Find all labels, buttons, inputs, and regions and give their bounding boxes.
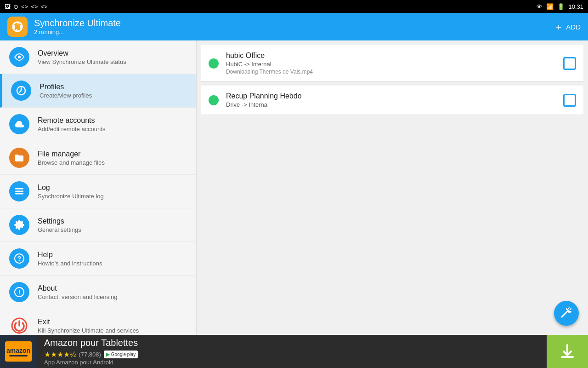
google-play-badge: ▶ Google play (104, 351, 138, 358)
exit-subtitle: Kill Synchronize Ultimate and services (38, 327, 139, 334)
ad-reviews: (77,808) (79, 351, 101, 358)
lines-icon (14, 186, 25, 197)
profile-status-active (209, 58, 219, 69)
app-header-left: Synchronize Ultimate 2 running... (7, 17, 121, 37)
code2-icon: <> (31, 3, 38, 10)
add-button[interactable]: ＋ ADD (554, 21, 581, 33)
fab-button[interactable] (554, 301, 579, 326)
svg-text:?: ? (17, 255, 22, 262)
google-play-text: Google play (111, 352, 136, 357)
main-layout: Overview View Synchronize Ultimate statu… (0, 40, 588, 335)
settings-subtitle: General settings (38, 226, 81, 233)
profile-name-hubic: hubic Office (226, 52, 556, 60)
settings-title: Settings (38, 217, 81, 225)
question-icon: ? (14, 253, 25, 264)
about-subtitle: Contact, version and licensing (38, 293, 117, 300)
svg-point-1 (18, 56, 21, 58)
plus-icon: ＋ (554, 21, 563, 33)
eye-icon: 👁 (537, 3, 543, 10)
sidebar-item-profiles[interactable]: Profiles Create/view profiles (0, 74, 196, 108)
help-title: Help (38, 251, 102, 259)
exit-text: Exit Kill Synchronize Ultimate and servi… (38, 318, 139, 334)
overview-text: Overview View Synchronize Ultimate statu… (38, 49, 126, 65)
gear-icon (14, 219, 25, 230)
download-icon (559, 343, 576, 360)
exit-icon-bg (9, 316, 29, 335)
sidebar-item-log[interactable]: Log Synchronize Ultimate log (0, 175, 196, 208)
profiles-subtitle: Create/view profiles (40, 92, 92, 99)
ad-logo: amazon (0, 335, 37, 368)
log-text: Log Synchronize Ultimate log (38, 184, 104, 200)
code3-icon: <> (40, 3, 47, 10)
ad-download-button[interactable] (547, 335, 588, 368)
sidebar-item-exit[interactable]: Exit Kill Synchronize Ultimate and servi… (0, 309, 196, 335)
profile-downloading-hubic: Downloading Thermes de Vals.mp4 (226, 69, 556, 75)
battery-icon: 🔋 (557, 3, 565, 10)
eye-icon (14, 52, 25, 63)
wand-icon (560, 307, 573, 320)
log-subtitle: Synchronize Ultimate log (38, 193, 104, 200)
help-text: Help Howto's and instructions (38, 251, 102, 267)
overview-subtitle: View Synchronize Ultimate status (38, 58, 126, 65)
remote-accounts-icon-bg (9, 114, 29, 134)
exclaim-icon: ! (14, 287, 25, 298)
wifi-icon: 📶 (546, 3, 554, 10)
sidebar-item-remote-accounts[interactable]: Remote accounts Add/edit remote accounts (0, 108, 196, 141)
sidebar-item-about[interactable]: ! About Contact, version and licensing (0, 276, 196, 309)
profile-item-hubic[interactable]: hubic Office HubiC -> Internal Downloadi… (201, 45, 583, 82)
clock: 10:31 (568, 3, 583, 10)
sidebar-item-overview[interactable]: Overview View Synchronize Ultimate statu… (0, 40, 196, 74)
clock-icon (16, 85, 27, 96)
settings-text: Settings General settings (38, 217, 81, 233)
profile-status-active2 (209, 95, 219, 105)
about-icon-bg: ! (9, 282, 29, 302)
svg-rect-4 (15, 191, 23, 192)
help-subtitle: Howto's and instructions (38, 260, 102, 267)
profile-info-hubic: hubic Office HubiC -> Internal Downloadi… (226, 52, 556, 75)
file-manager-text: File manager Browse and manage files (38, 150, 105, 166)
profile-info-recup: Recup Planning Hebdo Drive -> Internal (226, 92, 556, 108)
sidebar-item-file-manager[interactable]: File manager Browse and manage files (0, 141, 196, 175)
svg-rect-5 (15, 193, 23, 195)
ad-title: Amazon pour Tablettes (44, 338, 539, 348)
file-manager-icon-bg (9, 148, 29, 168)
sidebar-item-settings[interactable]: Settings General settings (0, 208, 196, 242)
profile-direction-recup: Drive -> Internal (226, 101, 556, 108)
sidebar-item-help[interactable]: ? Help Howto's and instructions (0, 242, 196, 276)
app-logo (7, 17, 28, 37)
log-icon-bg (9, 181, 29, 201)
overview-title: Overview (38, 49, 126, 58)
power-icon (9, 316, 29, 335)
about-text: About Contact, version and licensing (38, 284, 117, 300)
file-manager-subtitle: Browse and manage files (38, 159, 105, 166)
ad-subtitle: App Amazon pour Android (44, 359, 539, 366)
help-icon-bg: ? (9, 248, 29, 269)
profile-direction-hubic: HubiC -> Internal (226, 61, 556, 68)
sync-logo-icon (11, 20, 24, 33)
settings-icon-bg (9, 215, 29, 235)
sidebar: Overview View Synchronize Ultimate statu… (0, 40, 197, 335)
log-title: Log (38, 184, 104, 192)
app-title-group: Synchronize Ultimate 2 running... (34, 18, 121, 35)
profile-name-recup: Recup Planning Hebdo (226, 92, 556, 100)
profile-checkbox-recup[interactable] (563, 94, 576, 107)
profiles-title: Profiles (40, 83, 92, 91)
file-manager-title: File manager (38, 150, 105, 158)
svg-rect-3 (15, 188, 23, 190)
svg-text:!: ! (18, 288, 21, 296)
code-icon: <> (21, 3, 28, 10)
star-icons: ★★★★½ (44, 350, 76, 359)
exit-title: Exit (38, 318, 139, 326)
ad-bar[interactable]: amazon Amazon pour Tablettes ★★★★½ (77,8… (0, 335, 588, 368)
remote-accounts-text: Remote accounts Add/edit remote accounts (38, 116, 105, 132)
remote-accounts-subtitle: Add/edit remote accounts (38, 126, 105, 132)
profile-checkbox-hubic[interactable] (563, 57, 576, 70)
app-subtitle: 2 running... (34, 29, 121, 35)
overview-icon-bg (9, 47, 29, 67)
app-header: Synchronize Ultimate 2 running... ＋ ADD (0, 13, 588, 40)
profile-item-recup[interactable]: Recup Planning Hebdo Drive -> Internal (201, 86, 583, 115)
about-title: About (38, 284, 117, 293)
remote-accounts-title: Remote accounts (38, 116, 105, 125)
content-area: hubic Office HubiC -> Internal Downloadi… (197, 40, 588, 335)
ad-stars-row: ★★★★½ (77,808) ▶ Google play (44, 350, 539, 359)
